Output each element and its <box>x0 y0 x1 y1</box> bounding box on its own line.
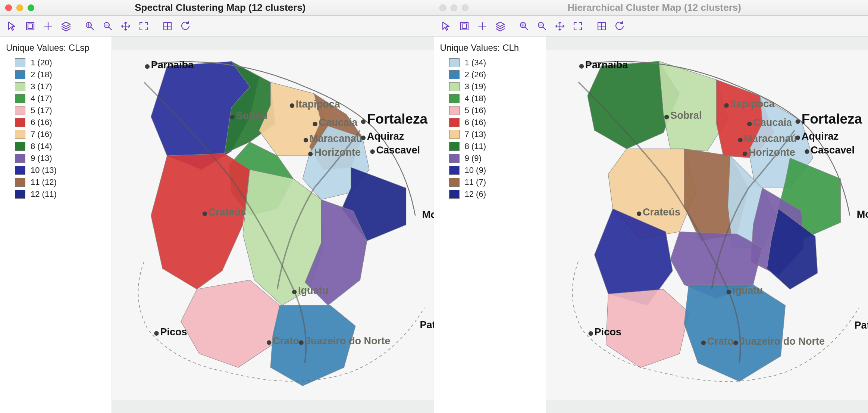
legend-label: 11 (12) <box>31 177 57 187</box>
legend-item[interactable]: 10 (13) <box>6 164 106 176</box>
map-canvas[interactable]: ParnaíbaSobralItapipocaCaucaiaMaracanaúH… <box>546 37 868 413</box>
window-minimize-icon[interactable] <box>451 4 457 11</box>
legend-swatch <box>449 82 460 91</box>
city-label: Cascavel <box>811 144 855 156</box>
legend-item[interactable]: 4 (17) <box>6 93 106 105</box>
window-zoom-icon[interactable] <box>462 4 469 11</box>
legend-item[interactable]: 11 (7) <box>440 176 540 188</box>
toolbar-layers[interactable] <box>492 18 508 34</box>
legend-item[interactable]: 7 (13) <box>440 128 540 140</box>
legend-label: 10 (9) <box>465 165 486 176</box>
legend-item[interactable]: 5 (16) <box>440 105 540 117</box>
toolbar-plus[interactable] <box>40 18 56 34</box>
city-label: Caucaia <box>319 117 358 128</box>
legend-item[interactable]: 10 (9) <box>440 164 540 176</box>
legend-item[interactable]: 7 (16) <box>6 128 106 140</box>
legend-item[interactable]: 8 (11) <box>440 140 540 152</box>
layers-icon <box>61 21 71 31</box>
legend-item[interactable]: 1 (20) <box>6 57 106 69</box>
legend-item[interactable]: 6 (16) <box>440 117 540 128</box>
toolbar <box>0 16 434 37</box>
legend-panel: Unique Values: CLsp 1 (20) 2 (18) 3 (17)… <box>0 37 112 413</box>
toolbar-select-rect[interactable] <box>22 18 38 34</box>
toolbar-pan[interactable] <box>118 18 134 34</box>
legend-title: Unique Values: CLh <box>440 43 540 53</box>
toolbar-select-rect[interactable] <box>457 18 472 34</box>
legend-swatch <box>15 106 25 115</box>
legend-swatch <box>449 58 460 67</box>
title-bar[interactable]: Spectral Clustering Map (12 clusters) <box>0 0 434 16</box>
legend-item[interactable]: 3 (19) <box>440 81 540 93</box>
window-title: Hierarchical Cluster Map (12 clusters) <box>476 2 833 13</box>
legend-swatch <box>15 178 25 187</box>
city-label: Maracanaú <box>744 133 797 144</box>
toolbar-basemap[interactable] <box>160 18 175 34</box>
toolbar-zoom-in[interactable] <box>82 18 98 34</box>
legend-item[interactable]: 5 (17) <box>6 105 106 117</box>
toolbar-zoom-out[interactable] <box>534 18 550 34</box>
window-minimize-icon[interactable] <box>16 4 23 11</box>
city-label: Crateús <box>643 206 680 218</box>
basemap-icon <box>596 21 607 31</box>
legend-item[interactable]: 3 (17) <box>6 81 106 93</box>
legend-label: 7 (16) <box>31 129 52 140</box>
plus-icon <box>477 21 488 31</box>
city-marker <box>313 122 317 126</box>
city-label: Cascavel <box>376 144 420 156</box>
city-label: Aquiraz <box>367 130 404 142</box>
legend-item[interactable]: 12 (6) <box>440 188 540 200</box>
toolbar-cursor[interactable] <box>439 18 454 34</box>
city-label: Crateús <box>209 206 246 218</box>
legend-label: 10 (13) <box>31 165 57 176</box>
legend-item[interactable]: 1 (34) <box>440 57 540 69</box>
extent-icon <box>573 21 583 31</box>
toolbar-extent[interactable] <box>570 18 586 34</box>
zoom-in-icon <box>519 21 529 31</box>
toolbar-zoom-in[interactable] <box>516 18 532 34</box>
select-rect-icon <box>459 21 470 31</box>
window-zoom-icon[interactable] <box>28 4 34 11</box>
legend-swatch <box>15 118 25 127</box>
legend-swatch <box>449 118 460 127</box>
city-label: Picos <box>160 326 187 338</box>
city-label: Iguatu <box>732 285 762 296</box>
toolbar-layers[interactable] <box>58 18 74 34</box>
toolbar-pan[interactable] <box>552 18 568 34</box>
city-label: Itapipoca <box>296 98 341 110</box>
city-label: Juazeiro do Norte <box>739 335 825 347</box>
legend-panel: Unique Values: CLh 1 (34) 2 (26) 3 (19) … <box>434 37 546 413</box>
toolbar-refresh[interactable] <box>178 18 193 34</box>
legend-item[interactable]: 12 (11) <box>6 188 106 200</box>
city-marker <box>742 152 747 156</box>
pan-icon <box>555 21 565 31</box>
city-marker <box>588 331 593 336</box>
city-marker <box>664 115 669 119</box>
window-close-icon[interactable] <box>439 4 446 11</box>
city-marker <box>154 331 159 336</box>
legend-item[interactable]: 11 (12) <box>6 176 106 188</box>
legend-item[interactable]: 9 (9) <box>440 152 540 164</box>
cursor-icon <box>441 21 452 31</box>
legend-title: Unique Values: CLsp <box>6 43 106 53</box>
window-close-icon[interactable] <box>5 4 12 11</box>
toolbar-zoom-out[interactable] <box>100 18 116 34</box>
city-marker <box>267 340 271 345</box>
zoom-in-icon <box>85 21 95 31</box>
toolbar-basemap[interactable] <box>594 18 610 34</box>
legend-item[interactable]: 4 (18) <box>440 93 540 105</box>
toolbar-plus[interactable] <box>474 18 490 34</box>
window-hier: Hierarchical Cluster Map (12 clusters) U… <box>434 0 868 413</box>
legend-swatch <box>449 178 460 187</box>
legend-item[interactable]: 2 (26) <box>440 69 540 81</box>
city-label: Horizonte <box>748 146 795 158</box>
refresh-icon <box>180 21 191 31</box>
toolbar-refresh[interactable] <box>612 18 627 34</box>
legend-item[interactable]: 6 (16) <box>6 117 106 128</box>
toolbar-cursor[interactable] <box>4 18 20 34</box>
toolbar-extent[interactable] <box>136 18 151 34</box>
map-canvas[interactable]: ParnaíbaSobralItapipocaCaucaiaMaracanaúH… <box>112 37 434 413</box>
legend-item[interactable]: 2 (18) <box>6 69 106 81</box>
title-bar[interactable]: Hierarchical Cluster Map (12 clusters) <box>434 0 868 16</box>
legend-item[interactable]: 9 (13) <box>6 152 106 164</box>
legend-item[interactable]: 8 (14) <box>6 140 106 152</box>
